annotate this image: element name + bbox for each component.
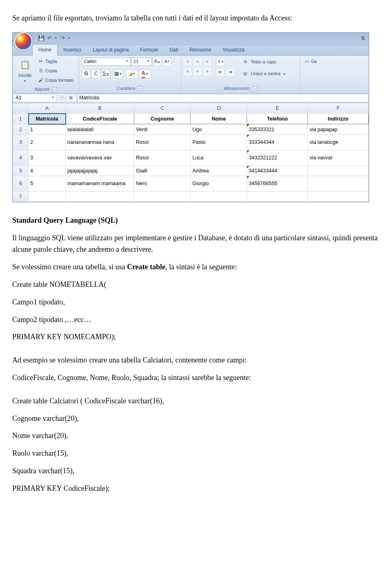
undo-icon[interactable]: ↶	[46, 36, 53, 42]
font-size-combo[interactable]: 11▼	[131, 58, 152, 66]
decrease-indent-button[interactable]: ⇤	[216, 68, 225, 77]
cell[interactable]: via vavvat	[308, 150, 369, 166]
cell[interactable]: lalalalalalall	[66, 124, 134, 135]
cell[interactable]: Nero	[134, 176, 191, 191]
cell[interactable]: Cognome	[134, 114, 191, 124]
paste-dropdown-icon[interactable]: ▼	[23, 79, 27, 84]
shrink-font-button[interactable]: A▼	[163, 57, 172, 66]
paste-button[interactable]: 📋 Incolla ▼	[15, 57, 35, 85]
cell[interactable]: vavavavvavava vav	[66, 150, 134, 166]
col-header-d[interactable]: D	[191, 103, 247, 114]
format-painter-button[interactable]: 🖌Copia formato	[37, 76, 74, 85]
cell[interactable]	[308, 176, 369, 191]
cell[interactable]: 3	[29, 150, 66, 166]
qat-customize-icon[interactable]: ▼	[67, 36, 71, 41]
row-header-5[interactable]: 5	[13, 166, 29, 176]
row-header-6[interactable]: 6	[13, 176, 29, 191]
cell[interactable]: Indirizzo	[308, 114, 369, 124]
cell[interactable]: via papapap	[308, 124, 369, 135]
align-middle-button[interactable]: ≡	[193, 57, 202, 66]
tab-data[interactable]: Dati	[164, 45, 184, 55]
name-box[interactable]: A1▼	[13, 94, 57, 102]
tab-review[interactable]: Revisione	[184, 45, 217, 55]
clipboard-dialog-launcher[interactable]: ↘	[52, 87, 57, 92]
cell[interactable]: jajajajajjajajaj	[66, 166, 134, 176]
cell[interactable]: Andrea	[191, 166, 247, 176]
alignment-dialog-launcher[interactable]: ↘	[252, 86, 257, 91]
cell[interactable]: 4	[29, 166, 66, 176]
copy-button[interactable]: ⎘Copia	[37, 67, 74, 75]
cell[interactable]: 1	[29, 124, 66, 135]
cell[interactable]: 335333321	[247, 124, 308, 135]
col-header-a[interactable]: A	[29, 103, 66, 114]
align-bottom-button[interactable]: ≡	[203, 57, 212, 66]
cell[interactable]: Rossi	[134, 150, 191, 166]
cell[interactable]: 2	[29, 134, 66, 150]
row-header-7[interactable]: 7	[13, 191, 29, 201]
cell[interactable]: 3414433444	[247, 166, 308, 176]
italic-button[interactable]: C	[91, 69, 100, 78]
fill-color-button[interactable]: ◢▼	[126, 69, 138, 78]
merge-center-button[interactable]: ⊟Unisci e centra▼	[239, 69, 288, 79]
font-name-combo[interactable]: Calibri▼	[82, 58, 131, 66]
tab-insert[interactable]: Inserisci	[58, 45, 87, 55]
worksheet-grid[interactable]: A B C D E F 1 Matricola CodiceFiscale Co…	[13, 103, 369, 202]
row-header-3[interactable]: 3	[13, 134, 29, 150]
align-left-button[interactable]: ≡	[183, 67, 192, 76]
cell[interactable]: Telefono	[247, 114, 308, 124]
row-header-2[interactable]: 2	[13, 124, 29, 135]
cell[interactable]: Nome	[191, 114, 247, 124]
cell[interactable]: Giorgio	[191, 176, 247, 191]
increase-indent-button[interactable]: ⇥	[226, 68, 235, 77]
cell[interactable]	[29, 191, 66, 201]
grow-font-button[interactable]: A▲	[153, 57, 162, 66]
orientation-button[interactable]: ⤹▼	[216, 57, 225, 66]
cell[interactable]: 3456766555	[247, 176, 308, 191]
cell[interactable]: CodiceFiscale	[66, 114, 134, 124]
cell[interactable]: Verdi	[134, 124, 191, 135]
cell[interactable]	[191, 191, 247, 201]
tab-layout[interactable]: Layout di pagina	[87, 45, 134, 55]
cell[interactable]: nanananannaa nana	[66, 134, 134, 150]
col-header-e[interactable]: E	[247, 103, 308, 114]
cell[interactable]: 3432321222	[247, 150, 308, 166]
cell[interactable]: mamamamam mamaama	[66, 176, 134, 191]
cutoff-item[interactable]: ▭Ge	[303, 57, 318, 66]
cell[interactable]: Rossi	[134, 134, 191, 150]
formula-input[interactable]: Matricola	[77, 94, 369, 102]
save-icon[interactable]: 💾	[38, 36, 45, 42]
font-color-button[interactable]: A▼	[139, 69, 151, 78]
fx-button[interactable]: fx	[66, 94, 76, 102]
redo-icon[interactable]: ↷	[59, 36, 66, 42]
row-header-1[interactable]: 1	[13, 114, 29, 124]
office-button[interactable]	[14, 32, 32, 50]
cell[interactable]	[66, 191, 134, 201]
align-right-button[interactable]: ≡	[203, 67, 212, 76]
undo-dropdown-icon[interactable]: ▼	[54, 36, 58, 41]
cell[interactable]: 5	[29, 176, 66, 191]
cut-button[interactable]: ✂Taglia	[37, 57, 74, 66]
col-header-f[interactable]: F	[308, 103, 369, 114]
col-header-c[interactable]: C	[134, 103, 191, 114]
cell[interactable]: Paolo	[191, 134, 247, 150]
align-top-button[interactable]: ≡	[183, 57, 192, 66]
cell[interactable]: Luca	[191, 150, 247, 166]
select-all-corner[interactable]	[13, 103, 29, 114]
font-dialog-launcher[interactable]: ↘	[138, 86, 143, 91]
cell[interactable]	[247, 191, 308, 201]
tab-view[interactable]: Visualizza	[217, 45, 250, 55]
cell[interactable]	[308, 191, 369, 201]
cell[interactable]: Ugo	[191, 124, 247, 135]
align-center-button[interactable]: ≡	[193, 67, 202, 76]
cell[interactable]: Matricola	[29, 114, 66, 124]
wrap-text-button[interactable]: ⟲Testo a capo	[239, 57, 288, 67]
col-header-b[interactable]: B	[66, 103, 134, 114]
cell[interactable]: 333344344	[247, 134, 308, 150]
cell[interactable]	[308, 166, 369, 176]
bold-button[interactable]: G	[82, 69, 91, 78]
underline-button[interactable]: S▼	[101, 69, 110, 78]
tab-formulas[interactable]: Formule	[134, 45, 164, 55]
tab-home[interactable]: Home	[32, 44, 58, 56]
cell[interactable]	[134, 191, 191, 201]
row-header-4[interactable]: 4	[13, 150, 29, 166]
